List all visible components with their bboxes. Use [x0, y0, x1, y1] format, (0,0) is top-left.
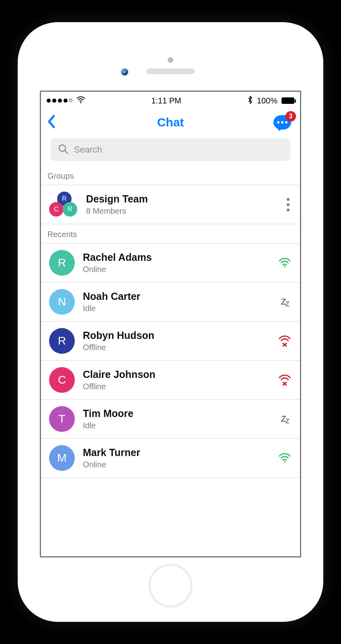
phone-frame: 1:11 PM 100% Chat 3 [18, 22, 323, 622]
status-bar: 1:11 PM 100% [41, 92, 300, 109]
contact-name: Rachel Adams [83, 252, 269, 263]
wifi-offline-icon [277, 335, 292, 347]
avatar: R [49, 328, 75, 354]
search-icon [58, 144, 68, 156]
group-name: Design Team [86, 193, 279, 205]
section-header-recents: Recents [41, 224, 300, 244]
svg-line-2 [65, 151, 68, 153]
idle-icon: ZZ [277, 297, 292, 307]
wifi-online-icon [277, 258, 292, 268]
wifi-icon [76, 96, 85, 105]
contact-name: Claire Johnson [83, 369, 269, 380]
group-row[interactable]: RCR Design Team 8 Members [41, 185, 300, 224]
earpiece-speaker [146, 68, 195, 74]
back-button[interactable] [47, 114, 56, 130]
avatar: T [49, 406, 75, 432]
group-mini-avatar: R [63, 202, 77, 217]
contact-row[interactable]: C Claire Johnson Offline [41, 361, 300, 400]
group-member-count: 8 Members [86, 206, 279, 216]
contact-name: Robyn Hudson [83, 330, 269, 341]
contact-status: Idle [83, 421, 269, 430]
contact-row[interactable]: N Noah Carter Idle ZZ [41, 283, 300, 322]
avatar: M [49, 445, 75, 471]
group-mini-avatar: C [49, 202, 64, 217]
battery-percent: 100% [257, 96, 277, 105]
svg-point-4 [284, 461, 286, 462]
group-avatar-cluster: RCR [49, 192, 78, 217]
top-sensor [168, 57, 173, 63]
page-title: Chat [157, 116, 184, 129]
section-header-groups: Groups [41, 166, 300, 185]
svg-point-0 [80, 102, 81, 103]
contact-row[interactable]: R Robyn Hudson Offline [41, 322, 300, 361]
contact-row[interactable]: M Mark Turner Online [41, 439, 300, 478]
contact-name: Tim Moore [83, 408, 269, 419]
nav-header: Chat 3 [41, 109, 300, 135]
more-options-button[interactable] [287, 198, 292, 211]
contact-name: Noah Carter [83, 291, 269, 302]
signal-strength-icon [47, 99, 72, 103]
contact-status: Online [83, 265, 269, 274]
wifi-online-icon [277, 453, 292, 463]
wifi-offline-icon [277, 374, 292, 386]
avatar: N [49, 289, 75, 315]
status-time: 1:11 PM [151, 96, 181, 105]
notification-badge: 3 [286, 111, 296, 122]
contact-status: Idle [83, 304, 269, 313]
avatar: R [49, 250, 75, 276]
messages-button[interactable]: 3 [273, 115, 291, 130]
battery-icon [281, 97, 294, 104]
bluetooth-icon [247, 95, 253, 106]
screen: 1:11 PM 100% Chat 3 [40, 91, 301, 557]
svg-point-3 [284, 266, 286, 267]
idle-icon: ZZ [277, 414, 292, 424]
contact-status: Online [83, 460, 269, 469]
avatar: C [49, 367, 75, 393]
contact-name: Mark Turner [83, 447, 269, 458]
contact-status: Offline [83, 382, 269, 391]
search-input[interactable]: Search [51, 138, 290, 161]
contact-row[interactable]: T Tim Moore Idle ZZ [41, 400, 300, 439]
search-placeholder: Search [74, 144, 102, 155]
front-camera [120, 68, 129, 76]
contact-status: Offline [83, 343, 269, 352]
contact-row[interactable]: R Rachel Adams Online [41, 244, 300, 283]
home-button[interactable] [148, 564, 193, 608]
